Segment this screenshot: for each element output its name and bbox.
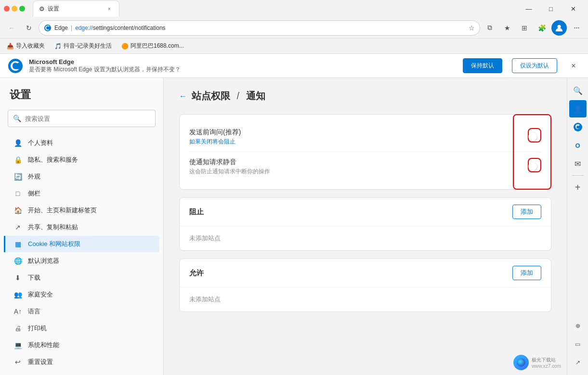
- breadcrumb-parent: 站点权限: [192, 91, 230, 101]
- sidebar-item-language[interactable]: A↑ 语言: [4, 303, 159, 320]
- sidebar-item-mobile[interactable]: 📱 手机和其他设备: [4, 371, 159, 375]
- collections-btn[interactable]: ⊞: [517, 20, 532, 36]
- rt-edge-icon: [573, 122, 583, 132]
- sidebar-item-appearance[interactable]: 🔄 外观: [4, 168, 159, 185]
- sidebar-item-browser[interactable]: 🌐 默认浏览器: [4, 253, 159, 269]
- search-icon: 🔍: [13, 115, 21, 122]
- profile-icon: [555, 24, 563, 32]
- banner-title: Microsoft Edge: [29, 58, 181, 65]
- refresh-btn[interactable]: ↻: [21, 20, 37, 36]
- svg-point-1: [557, 25, 561, 28]
- share-nav-icon: ↗: [13, 223, 22, 232]
- quiet-notifications-label: 使通知请求静音: [189, 158, 528, 167]
- favorites-btn[interactable]: ★: [499, 20, 515, 36]
- banner-text: Microsoft Edge 是否要将 Microsoft Edge 设置为默认…: [29, 58, 181, 74]
- default-browser-banner: Microsoft Edge 是否要将 Microsoft Edge 设置为默认…: [0, 54, 588, 78]
- close-window-btn[interactable]: [4, 6, 10, 12]
- rt-add-btn[interactable]: +: [569, 179, 587, 196]
- back-btn[interactable]: ←: [4, 20, 19, 36]
- minimize-window-btn[interactable]: [12, 6, 17, 12]
- watermark-logo: [513, 355, 529, 370]
- set-default-btn[interactable]: 仅设为默认: [512, 58, 557, 73]
- reset-nav-icon: ↩: [13, 358, 22, 366]
- more-btn[interactable]: ···: [569, 20, 584, 36]
- address-bar[interactable]: Edge | edge://settings/content/notificat…: [39, 20, 480, 36]
- rt-message-btn[interactable]: ✉: [569, 155, 587, 172]
- rt-divider: [572, 175, 584, 176]
- rt-outlook-btn[interactable]: O: [569, 137, 587, 154]
- sidebar-item-download[interactable]: ⬇ 下载: [4, 270, 159, 286]
- right-toolbar: 🔍 👤 O ✉ + ⊕ ▭ ↗: [567, 78, 588, 375]
- quiet-notifications-toggle-highlight: [528, 158, 541, 172]
- settings-tab[interactable]: ⚙ 设置 ×: [33, 0, 119, 17]
- language-nav-icon: A↑: [13, 307, 22, 316]
- allow-add-btn[interactable]: 添加: [512, 266, 541, 280]
- ask-before-label: 发送前询问(推荐): [189, 128, 528, 137]
- profile-btn[interactable]: [551, 20, 567, 36]
- minimize-btn[interactable]: —: [518, 0, 540, 17]
- window-buttons: — □ ✕: [518, 0, 584, 17]
- tab-bar: ⚙ 设置 ×: [33, 0, 135, 17]
- sidebar-item-profile[interactable]: 👤 个人资料: [4, 135, 159, 151]
- rt-profile-btn[interactable]: 👤: [569, 100, 587, 117]
- sidebar-item-cookies[interactable]: ▦ Cookie 和网站权限: [4, 236, 159, 252]
- watermark-url: www.xz7.com: [532, 363, 561, 369]
- page-back-btn[interactable]: ←: [179, 92, 187, 101]
- block-add-btn[interactable]: 添加: [512, 205, 541, 219]
- bookmark-alibaba-label: 阿里巴巴1688.com...: [131, 42, 184, 50]
- sidebar-item-reset[interactable]: ↩ 重置设置: [4, 354, 159, 370]
- alibaba-icon: 🟠: [121, 43, 129, 50]
- keep-default-btn[interactable]: 保持默认: [463, 58, 502, 73]
- sidebar-item-printer[interactable]: 🖨 打印机: [4, 320, 159, 336]
- sidebar-item-family[interactable]: 👥 家庭安全: [4, 286, 159, 303]
- page-title: 站点权限 / 通知: [192, 90, 265, 103]
- import-icon: 📥: [7, 43, 14, 50]
- bookmark-alibaba[interactable]: 🟠 阿里巴巴1688.com...: [118, 41, 187, 51]
- quiet-notifications-desc: 这会防止通知请求中断你的操作: [189, 168, 528, 176]
- rt-edge-btn[interactable]: [569, 118, 587, 136]
- close-btn[interactable]: ✕: [562, 0, 584, 17]
- sidebar-label-system: 系统和性能: [28, 341, 59, 349]
- address-site-label: Edge: [54, 25, 68, 31]
- allow-section: 允许 添加 未添加站点: [179, 259, 551, 312]
- toggle-settings-section: 发送前询问(推荐) 如果关闭将会阻止 使通知请求静音 这会防止通知请求中断: [179, 114, 551, 190]
- extensions-btn[interactable]: 🧩: [534, 20, 549, 36]
- tab-close-btn[interactable]: ×: [105, 5, 113, 13]
- printer-nav-icon: 🖨: [13, 324, 22, 333]
- allow-section-title: 允许: [189, 269, 512, 278]
- split-screen-btn[interactable]: ⧉: [482, 20, 497, 36]
- breadcrumb-separator: /: [237, 91, 240, 101]
- bookmark-tiktok[interactable]: 🎵 抖音-记录美好生活: [52, 41, 115, 51]
- sidebar-label-share: 共享、复制和粘贴: [28, 223, 78, 232]
- rt-lens-btn[interactable]: ⊕: [569, 317, 587, 335]
- sidebar-item-startup[interactable]: 🏠 开始、主页和新建标签页: [4, 202, 159, 219]
- sidebar-label-printer: 打印机: [28, 324, 47, 333]
- bookmark-import[interactable]: 📥 导入收藏夹: [4, 41, 48, 51]
- edge-logo-icon: [44, 24, 52, 32]
- appearance-nav-icon: 🔄: [13, 172, 22, 181]
- sidebar-item-share[interactable]: ↗ 共享、复制和粘贴: [4, 219, 159, 235]
- search-box[interactable]: 🔍: [8, 110, 156, 127]
- rt-share-btn[interactable]: ↗: [569, 354, 587, 371]
- new-tab-btn[interactable]: [121, 2, 135, 15]
- setting-info-quiet: 使通知请求静音 这会防止通知请求中断你的操作: [189, 158, 528, 176]
- tab-icon: ⚙: [39, 5, 45, 13]
- block-section: 阻止 添加 未添加站点: [179, 197, 551, 251]
- banner-close-btn[interactable]: ×: [567, 59, 580, 73]
- settings-card-toggles: 发送前询问(推荐) 如果关闭将会阻止 使通知请求静音 这会防止通知请求中断: [179, 114, 551, 190]
- block-section-header: 阻止 添加: [180, 198, 551, 226]
- sidebar-label-privacy: 隐私、搜索和服务: [28, 155, 78, 164]
- sidebar-label-profile: 个人资料: [28, 139, 53, 147]
- svg-point-3: [574, 123, 582, 131]
- restore-btn[interactable]: □: [540, 0, 562, 17]
- sidebar-item-privacy[interactable]: 🔒 隐私、搜索和服务: [4, 152, 159, 168]
- sidebar-item-system[interactable]: 💻 系统和性能: [4, 337, 159, 353]
- star-icon[interactable]: ☆: [469, 24, 475, 32]
- rt-search-btn[interactable]: 🔍: [569, 82, 587, 99]
- maximize-window-btn[interactable]: [19, 6, 25, 12]
- sidebar-item-sidebar[interactable]: □ 侧栏: [4, 185, 159, 202]
- sidebar-label-appearance: 外观: [28, 172, 40, 181]
- search-input[interactable]: [25, 115, 150, 122]
- bookmark-import-label: 导入收藏夹: [16, 42, 45, 50]
- rt-tablet-btn[interactable]: ▭: [569, 336, 587, 353]
